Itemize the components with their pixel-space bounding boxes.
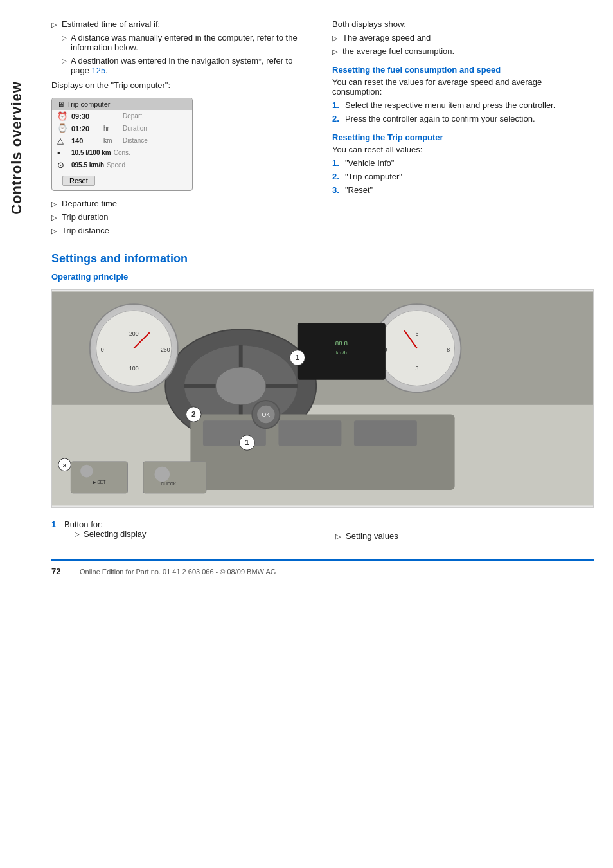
avg-arrow-1: ▷ <box>332 34 337 42</box>
svg-text:1: 1 <box>296 353 300 361</box>
top-section: ▷ Estimated time of arrival if: ▷ A dist… <box>51 19 594 239</box>
trip-section-heading: Resetting the Trip computer <box>332 132 594 142</box>
caption-1-item: 1 Button for: ▷ Selecting display <box>51 520 310 543</box>
footer-text: Online Edition for Part no. 01 41 2 603 … <box>80 568 276 575</box>
sub-bullet-1: ▷ A distance was manually entered in the… <box>51 33 313 52</box>
trip-steps: 1. "Vehicle Info" 2. "Trip computer" 3. … <box>332 158 594 195</box>
bullet-arrow-1: ▷ <box>51 21 57 29</box>
tripdist-bullet: ▷ Trip distance <box>51 226 313 235</box>
duration-icon: ⌚ <box>57 123 71 133</box>
svg-text:0: 0 <box>101 347 104 353</box>
duration-bullet: ▷ Trip duration <box>51 212 313 222</box>
svg-text:OK: OK <box>262 411 271 418</box>
svg-text:3: 3 <box>63 462 67 469</box>
svg-text:2: 2 <box>191 410 196 418</box>
trip-row-speed: ⊙ 095.5 km/h Speed <box>52 159 192 171</box>
fuel-steps: 1. Select the respective menu item and p… <box>332 100 594 123</box>
speed-value: 095.5 km/h <box>71 161 104 168</box>
tdist-text: Trip distance <box>62 226 109 235</box>
trip-reset-bar: Reset <box>57 174 187 188</box>
cons-value: 10.5 l/100 km <box>71 149 111 156</box>
dep-arrow: ▷ <box>51 200 57 208</box>
svg-rect-28 <box>278 420 341 446</box>
both-displays-label: Both displays show: <box>332 19 594 29</box>
sub-arrow-2: ▷ <box>62 57 67 64</box>
distance-icon: △ <box>57 136 71 145</box>
sub-bullet-1-text: A distance was manually entered in the c… <box>71 33 313 52</box>
svg-text:▶ SET: ▶ SET <box>93 480 106 484</box>
trip-step-3-num: 3. <box>332 185 341 195</box>
avg-fuel-text: the average fuel consumption. <box>342 46 454 56</box>
trip-step-2-text: "Trip computer" <box>345 172 402 181</box>
trip-row-cons: ▪ 10.5 l/100 km Cons. <box>52 147 192 159</box>
trip-intro: You can reset all values: <box>332 145 594 154</box>
trip-row-duration: ⌚ 01:20 hr Duration <box>52 122 192 134</box>
main-content: ▷ Estimated time of arrival if: ▷ A dist… <box>39 0 613 595</box>
caption-1-content: Button for: ▷ Selecting display <box>64 520 147 543</box>
depart-label: Depart. <box>123 113 144 120</box>
cons-label: Cons. <box>114 149 130 156</box>
duration-value: 01:20 <box>71 125 103 132</box>
svg-rect-44 <box>143 462 206 493</box>
cap-select-text: Selecting display <box>84 529 147 539</box>
fuel-step-1-text: Select the respective menu item and pres… <box>345 100 555 110</box>
departure-bullet: ▷ Departure time <box>51 199 313 208</box>
distance-label: Distance <box>123 137 148 144</box>
sidebar-label-text: Controls overview <box>8 81 25 215</box>
tdist-arrow: ▷ <box>51 227 57 235</box>
fuel-section-heading: Resetting the fuel consumption and speed <box>332 65 594 75</box>
trip-computer-box: 🖥 Trip computer ⏰ 09:30 Depart. ⌚ 01:20 … <box>51 98 193 191</box>
intro-bullet: ▷ Estimated time of arrival if: <box>51 19 313 29</box>
caption-row: 1 Button for: ▷ Selecting display ▷ Sett… <box>51 520 594 547</box>
distance-unit: km <box>103 137 123 144</box>
page-number: 72 <box>51 566 69 576</box>
trip-step-1-num: 1. <box>332 158 341 168</box>
page-link[interactable]: 125 <box>92 66 106 75</box>
distance-value: 140 <box>71 137 103 145</box>
trip-title: Trip computer <box>67 100 110 108</box>
svg-point-17 <box>379 311 454 386</box>
trip-row-distance: △ 140 km Distance <box>52 134 192 147</box>
reset-button[interactable]: Reset <box>62 176 95 186</box>
duration-label: Duration <box>123 125 147 132</box>
svg-text:3: 3 <box>415 365 418 372</box>
cap-arrow-r: ▷ <box>335 532 341 541</box>
right-column: Both displays show: ▷ The average speed … <box>332 19 594 239</box>
svg-rect-39 <box>71 462 127 493</box>
fuel-intro: You can reset the values for average spe… <box>332 77 594 96</box>
svg-text:200: 200 <box>129 330 139 337</box>
cons-icon: ▪ <box>57 148 71 158</box>
svg-text:8: 8 <box>447 347 450 353</box>
sub-arrow-1: ▷ <box>62 34 67 41</box>
avg-speed-text: The average speed and <box>342 33 431 42</box>
settings-heading: Settings and information <box>51 252 594 266</box>
intro-bullet-text: Estimated time of arrival if: <box>62 19 160 29</box>
svg-point-4 <box>216 367 266 405</box>
cap-arrow-1: ▷ <box>75 530 80 538</box>
caption-right: ▷ Setting values <box>335 520 594 547</box>
svg-point-45 <box>155 467 170 482</box>
trip-icon: 🖥 <box>57 100 64 108</box>
trip-step-1-text: "Vehicle Info" <box>345 158 394 168</box>
displays-label: Displays on the "Trip computer": <box>51 80 313 90</box>
speed-icon: ⊙ <box>57 160 71 170</box>
svg-text:1: 1 <box>245 438 249 446</box>
caption-1-label: Button for: <box>64 520 147 529</box>
fuel-step-1-num: 1. <box>332 100 341 110</box>
page-footer: 72 Online Edition for Part no. 01 41 2 6… <box>51 559 594 576</box>
svg-text:260: 260 <box>161 347 170 353</box>
fuel-step-2-text: Press the controller again to confirm yo… <box>345 114 535 123</box>
svg-text:88.8: 88.8 <box>335 339 348 347</box>
depart-value: 09:30 <box>71 113 103 120</box>
trip-step-3: 3. "Reset" <box>332 185 594 195</box>
svg-rect-29 <box>354 420 417 446</box>
trip-row-depart: ⏰ 09:30 Depart. <box>52 110 192 122</box>
caption-1-bullet: ▷ Selecting display <box>64 529 147 539</box>
dur-text: Trip duration <box>62 212 109 222</box>
trip-step-2: 2. "Trip computer" <box>332 172 594 181</box>
svg-text:CHECK: CHECK <box>161 482 176 486</box>
fuel-step-2: 2. Press the controller again to confirm… <box>332 114 594 123</box>
fuel-step-1: 1. Select the respective menu item and p… <box>332 100 594 110</box>
caption-1-num: 1 <box>51 520 60 529</box>
dep-text: Departure time <box>62 199 117 208</box>
